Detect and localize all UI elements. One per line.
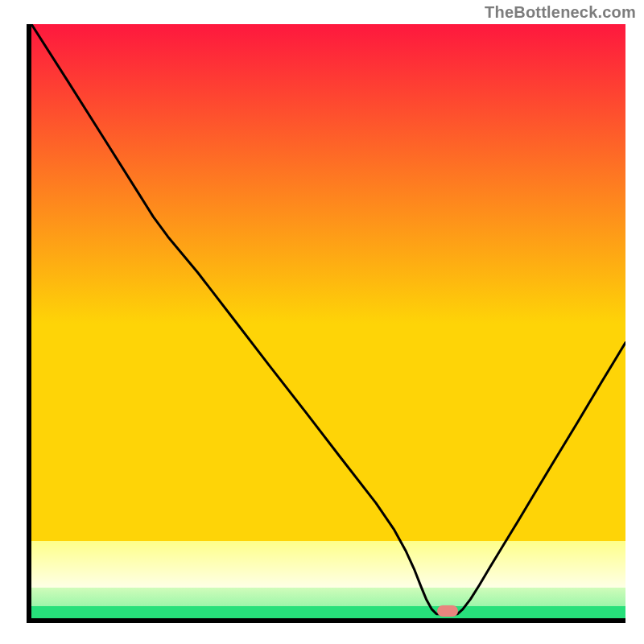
plot-area: [27, 24, 625, 623]
gradient-band-pale: [31, 588, 625, 606]
chart-container: TheBottleneck.com: [0, 0, 644, 644]
attribution-text: TheBottleneck.com: [485, 3, 636, 22]
gradient-band-green: [31, 606, 625, 618]
optimal-marker: [437, 605, 458, 617]
chart-svg: [31, 24, 625, 618]
gradient-band-cream: [31, 541, 625, 588]
gradient-band-main: [31, 24, 625, 541]
